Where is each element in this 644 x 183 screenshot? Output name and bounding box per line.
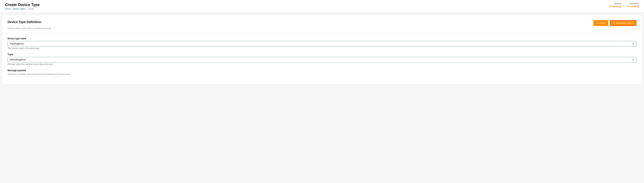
section-subtitle: Create a device type with a customized p… — [8, 27, 636, 30]
import-label: Import — [599, 22, 605, 24]
topic-help: The topic where the individual sensor da… — [8, 63, 636, 65]
topic-group: Topic ✓ The topic where the individual s… — [8, 53, 636, 65]
header-stats: Devices 0 running Simulations 0 running — [610, 2, 639, 8]
device-type-name-input[interactable] — [8, 41, 636, 46]
devices-label: Devices — [614, 2, 621, 5]
device-type-name-group: Device type name ✓ The common name of th… — [8, 37, 636, 50]
automotive-label: Automotive Demo — [616, 22, 633, 24]
automotive-demo-button[interactable]: Automotive Demo — [610, 20, 636, 26]
topic-input-wrapper: ✓ — [8, 57, 636, 62]
topic-label: Topic — [8, 53, 636, 56]
device-type-name-label: Device type name — [8, 37, 636, 40]
breadcrumb: Home › Device Types › Create — [5, 8, 40, 10]
section-buttons: Import Automotive Demo — [593, 20, 636, 26]
section-title: Device Type Definition — [8, 20, 41, 24]
message-payload-label: Message payload — [8, 69, 636, 72]
topic-input[interactable] — [8, 57, 636, 62]
device-type-name-help: The common name of the device type — [8, 47, 636, 50]
breadcrumb-device-types[interactable]: Device Types — [13, 8, 26, 10]
import-button[interactable]: Import — [593, 20, 608, 26]
simulations-stat: Simulations 0 running — [628, 2, 639, 8]
page-header: Create Device Type Home › Device Types ›… — [0, 0, 644, 12]
breadcrumb-create: Create — [28, 8, 34, 10]
import-icon — [596, 22, 598, 24]
devices-value: 0 running — [610, 5, 621, 8]
divider-1 — [8, 33, 636, 34]
message-payload-group: Message payload Define the message paylo… — [8, 69, 636, 75]
section-header: Device Type Definition Import Automotive… — [8, 20, 636, 26]
breadcrumb-home[interactable]: Home — [5, 8, 10, 10]
simulations-label: Simulations — [629, 2, 639, 5]
breadcrumb-sep-2: › — [26, 8, 27, 10]
automotive-icon — [613, 22, 615, 24]
header-left: Create Device Type Home › Device Types ›… — [5, 2, 40, 10]
message-payload-subtitle: Define the message payload that will be … — [8, 73, 636, 75]
page-title: Create Device Type — [5, 2, 40, 7]
section-header-text: Device Type Definition — [8, 20, 41, 24]
device-type-name-input-wrapper: ✓ — [8, 41, 636, 46]
breadcrumb-sep-1: › — [12, 8, 12, 10]
devices-stat: Devices 0 running — [610, 2, 621, 8]
main-content: Device Type Definition Import Automotive… — [2, 15, 642, 84]
topic-checkmark: ✓ — [632, 58, 634, 61]
simulations-value: 0 running — [628, 5, 639, 8]
device-type-name-checkmark: ✓ — [632, 42, 634, 46]
